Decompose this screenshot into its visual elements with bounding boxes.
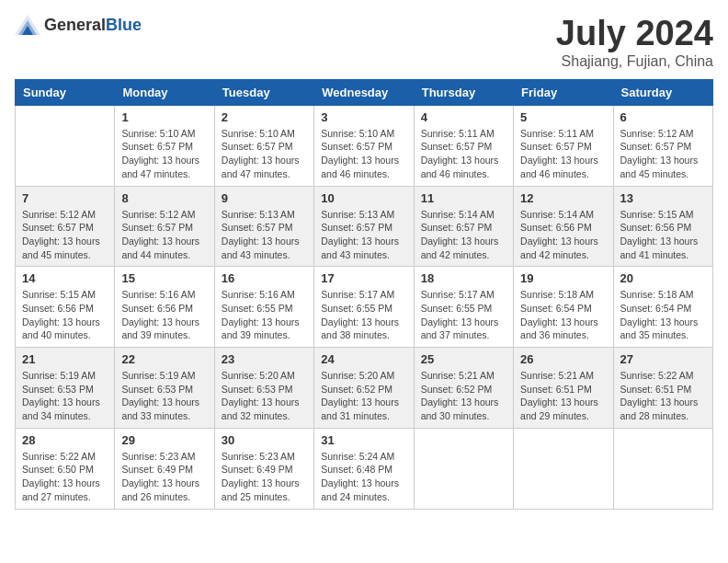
day-number: 10	[321, 191, 406, 205]
calendar-cell: 3Sunrise: 5:10 AMSunset: 6:57 PMDaylight…	[314, 105, 414, 186]
weekday-header: Saturday	[613, 79, 712, 105]
day-number: 1	[121, 110, 207, 124]
day-number: 19	[520, 271, 606, 285]
day-number: 29	[121, 433, 207, 447]
calendar-cell: 26Sunrise: 5:21 AMSunset: 6:51 PMDayligh…	[514, 348, 613, 429]
calendar-header-row: SundayMondayTuesdayWednesdayThursdayFrid…	[16, 79, 713, 105]
calendar-cell: 15Sunrise: 5:16 AMSunset: 6:56 PMDayligh…	[115, 267, 214, 348]
logo-blue: Blue	[106, 16, 142, 34]
calendar-cell: 24Sunrise: 5:20 AMSunset: 6:52 PMDayligh…	[314, 348, 414, 429]
calendar-week-row: 14Sunrise: 5:15 AMSunset: 6:56 PMDayligh…	[16, 267, 713, 348]
logo-general: General	[44, 16, 106, 34]
day-number: 3	[321, 110, 406, 124]
calendar-cell: 23Sunrise: 5:20 AMSunset: 6:53 PMDayligh…	[214, 348, 313, 429]
weekday-header: Wednesday	[314, 79, 414, 105]
day-info: Sunrise: 5:22 AMSunset: 6:51 PMDaylight:…	[620, 369, 706, 423]
day-number: 17	[321, 271, 406, 285]
weekday-header: Monday	[115, 79, 214, 105]
calendar-cell: 4Sunrise: 5:11 AMSunset: 6:57 PMDaylight…	[414, 105, 513, 186]
weekday-header: Sunday	[16, 79, 115, 105]
day-info: Sunrise: 5:15 AMSunset: 6:56 PMDaylight:…	[22, 288, 108, 342]
day-number: 13	[620, 191, 706, 205]
calendar-cell: 5Sunrise: 5:11 AMSunset: 6:57 PMDaylight…	[514, 105, 613, 186]
calendar-cell	[16, 105, 115, 186]
day-info: Sunrise: 5:22 AMSunset: 6:50 PMDaylight:…	[22, 450, 108, 504]
calendar-cell: 16Sunrise: 5:16 AMSunset: 6:55 PMDayligh…	[214, 267, 313, 348]
calendar-cell: 12Sunrise: 5:14 AMSunset: 6:56 PMDayligh…	[514, 186, 613, 267]
calendar-cell: 25Sunrise: 5:21 AMSunset: 6:52 PMDayligh…	[414, 348, 513, 429]
page-header: GeneralBlue July 2024 Shajiang, Fujian, …	[15, 15, 713, 70]
calendar-cell: 27Sunrise: 5:22 AMSunset: 6:51 PMDayligh…	[613, 348, 712, 429]
calendar-cell: 7Sunrise: 5:12 AMSunset: 6:57 PMDaylight…	[16, 186, 115, 267]
day-info: Sunrise: 5:13 AMSunset: 6:57 PMDaylight:…	[222, 208, 307, 262]
calendar-cell	[414, 428, 513, 509]
calendar-table: SundayMondayTuesdayWednesdayThursdayFrid…	[15, 79, 713, 510]
calendar-cell: 9Sunrise: 5:13 AMSunset: 6:57 PMDaylight…	[214, 186, 313, 267]
day-number: 22	[121, 352, 207, 366]
calendar-cell: 18Sunrise: 5:17 AMSunset: 6:55 PMDayligh…	[414, 267, 513, 348]
day-number: 30	[222, 433, 307, 447]
day-info: Sunrise: 5:10 AMSunset: 6:57 PMDaylight:…	[321, 127, 406, 181]
day-info: Sunrise: 5:19 AMSunset: 6:53 PMDaylight:…	[22, 369, 108, 423]
day-info: Sunrise: 5:11 AMSunset: 6:57 PMDaylight:…	[520, 127, 606, 181]
calendar-week-row: 21Sunrise: 5:19 AMSunset: 6:53 PMDayligh…	[16, 348, 713, 429]
day-info: Sunrise: 5:24 AMSunset: 6:48 PMDaylight:…	[321, 450, 406, 504]
day-number: 20	[620, 271, 706, 285]
day-number: 12	[520, 191, 606, 205]
day-info: Sunrise: 5:15 AMSunset: 6:56 PMDaylight:…	[620, 208, 706, 262]
calendar-cell: 30Sunrise: 5:23 AMSunset: 6:49 PMDayligh…	[214, 428, 313, 509]
day-info: Sunrise: 5:18 AMSunset: 6:54 PMDaylight:…	[620, 288, 706, 342]
day-info: Sunrise: 5:14 AMSunset: 6:56 PMDaylight:…	[520, 208, 606, 262]
calendar-cell: 6Sunrise: 5:12 AMSunset: 6:57 PMDaylight…	[613, 105, 712, 186]
day-number: 14	[22, 271, 108, 285]
day-info: Sunrise: 5:23 AMSunset: 6:49 PMDaylight:…	[121, 450, 207, 504]
day-info: Sunrise: 5:17 AMSunset: 6:55 PMDaylight:…	[421, 288, 506, 342]
calendar-cell: 8Sunrise: 5:12 AMSunset: 6:57 PMDaylight…	[115, 186, 214, 267]
weekday-header: Tuesday	[214, 79, 313, 105]
calendar-cell: 10Sunrise: 5:13 AMSunset: 6:57 PMDayligh…	[314, 186, 414, 267]
calendar-cell: 17Sunrise: 5:17 AMSunset: 6:55 PMDayligh…	[314, 267, 414, 348]
day-number: 11	[421, 191, 506, 205]
calendar-cell: 22Sunrise: 5:19 AMSunset: 6:53 PMDayligh…	[115, 348, 214, 429]
calendar-week-row: 1Sunrise: 5:10 AMSunset: 6:57 PMDaylight…	[16, 105, 713, 186]
day-info: Sunrise: 5:14 AMSunset: 6:57 PMDaylight:…	[421, 208, 506, 262]
subtitle: Shajiang, Fujian, China	[556, 53, 713, 70]
day-number: 23	[222, 352, 307, 366]
day-number: 21	[22, 352, 108, 366]
day-number: 7	[22, 191, 108, 205]
day-info: Sunrise: 5:17 AMSunset: 6:55 PMDaylight:…	[321, 288, 406, 342]
calendar-cell: 29Sunrise: 5:23 AMSunset: 6:49 PMDayligh…	[115, 428, 214, 509]
calendar-cell: 2Sunrise: 5:10 AMSunset: 6:57 PMDaylight…	[214, 105, 313, 186]
day-info: Sunrise: 5:10 AMSunset: 6:57 PMDaylight:…	[121, 127, 207, 181]
day-info: Sunrise: 5:19 AMSunset: 6:53 PMDaylight:…	[121, 369, 207, 423]
day-info: Sunrise: 5:21 AMSunset: 6:52 PMDaylight:…	[421, 369, 506, 423]
calendar-cell: 31Sunrise: 5:24 AMSunset: 6:48 PMDayligh…	[314, 428, 414, 509]
calendar-cell: 21Sunrise: 5:19 AMSunset: 6:53 PMDayligh…	[16, 348, 115, 429]
day-number: 15	[121, 271, 207, 285]
calendar-week-row: 28Sunrise: 5:22 AMSunset: 6:50 PMDayligh…	[16, 428, 713, 509]
calendar-cell: 19Sunrise: 5:18 AMSunset: 6:54 PMDayligh…	[514, 267, 613, 348]
logo-text: GeneralBlue	[44, 16, 142, 35]
day-number: 25	[421, 352, 506, 366]
day-info: Sunrise: 5:10 AMSunset: 6:57 PMDaylight:…	[222, 127, 307, 181]
day-number: 16	[222, 271, 307, 285]
weekday-header: Friday	[514, 79, 613, 105]
day-number: 26	[520, 352, 606, 366]
calendar-cell: 28Sunrise: 5:22 AMSunset: 6:50 PMDayligh…	[16, 428, 115, 509]
day-number: 2	[222, 110, 307, 124]
day-number: 27	[620, 352, 706, 366]
day-info: Sunrise: 5:12 AMSunset: 6:57 PMDaylight:…	[22, 208, 108, 262]
weekday-header: Thursday	[414, 79, 513, 105]
calendar-cell: 20Sunrise: 5:18 AMSunset: 6:54 PMDayligh…	[613, 267, 712, 348]
day-number: 6	[620, 110, 706, 124]
title-block: July 2024 Shajiang, Fujian, China	[556, 15, 713, 70]
day-info: Sunrise: 5:21 AMSunset: 6:51 PMDaylight:…	[520, 369, 606, 423]
day-number: 4	[421, 110, 506, 124]
day-info: Sunrise: 5:16 AMSunset: 6:55 PMDaylight:…	[222, 288, 307, 342]
day-info: Sunrise: 5:13 AMSunset: 6:57 PMDaylight:…	[321, 208, 406, 262]
main-title: July 2024	[556, 15, 713, 53]
day-info: Sunrise: 5:23 AMSunset: 6:49 PMDaylight:…	[222, 450, 307, 504]
logo-icon	[15, 15, 40, 35]
day-info: Sunrise: 5:12 AMSunset: 6:57 PMDaylight:…	[121, 208, 207, 262]
day-number: 31	[321, 433, 406, 447]
